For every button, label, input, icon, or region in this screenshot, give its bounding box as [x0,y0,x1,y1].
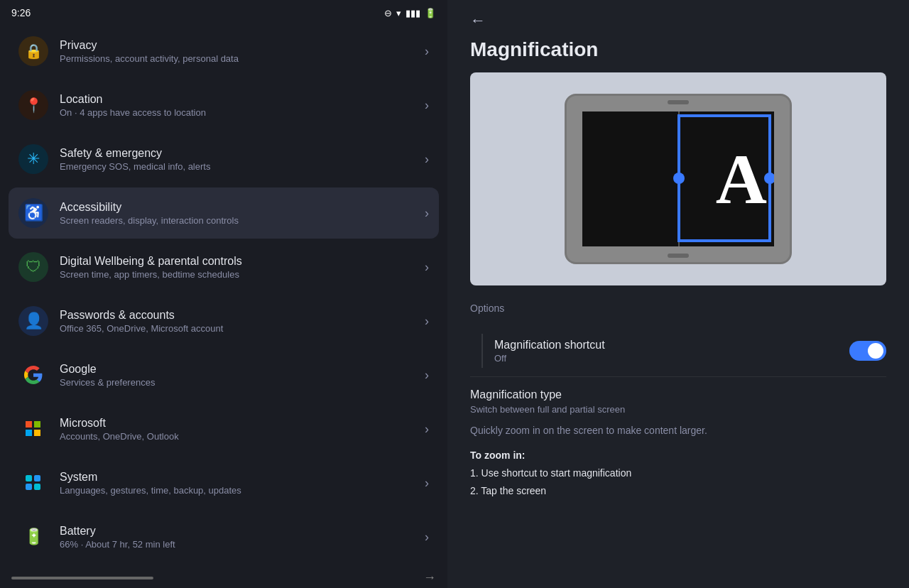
do-not-disturb-icon: ⊖ [384,8,392,18]
signal-icon: ▮▮▮ [405,8,420,18]
battery-setting-icon: 🔋 [18,522,48,552]
magnification-type-subtitle: Switch between full and partial screen [470,404,886,415]
chevron-icon: › [425,44,429,59]
system-subtitle: Languages, gestures, time, backup, updat… [60,485,419,496]
wellbeing-subtitle: Screen time, app timers, bedtime schedul… [60,269,419,280]
battery-subtitle: 66% · About 7 hr, 52 min left [60,539,419,550]
right-content: Options Magnification shortcut Off Magni… [447,291,909,588]
system-text: System Languages, gestures, time, backup… [60,471,419,496]
status-time: 9:26 [11,7,31,18]
tablet-screen: A [582,111,774,246]
zoom-step2: 2. Tap the screen [470,485,546,496]
tablet-notch-top [668,100,689,104]
microsoft-title: Microsoft [60,417,419,430]
magnification-box [677,114,771,242]
toggle-knob [868,343,883,359]
settings-item-safety[interactable]: ✳ Safety & emergency Emergency SOS, medi… [9,134,439,185]
passwords-title: Passwords & accounts [60,309,419,322]
scroll-right-arrow: → [423,570,436,585]
magnification-preview: A [470,72,886,285]
safety-title: Safety & emergency [60,147,419,160]
accessibility-icon: ♿ [18,198,48,228]
magnification-type-title: Magnification type [470,388,886,401]
settings-item-accessibility[interactable]: ♿ Accessibility Screen readers, display,… [9,187,439,239]
safety-text: Safety & emergency Emergency SOS, medica… [60,147,419,172]
handle-right [764,173,774,184]
magnification-shortcut-text: Magnification shortcut Off [494,339,849,364]
zoom-heading: To zoom in: [470,450,526,461]
chevron-icon: › [425,314,429,329]
settings-item-location[interactable]: 📍 Location On · 4 apps have access to lo… [9,80,439,131]
status-bar: 9:26 ⊖ ▾ ▮▮▮ 🔋 [0,0,447,26]
settings-item-privacy[interactable]: 🔒 Privacy Permissions, account activity,… [9,26,439,77]
right-detail-panel: ← Magnification A Options Magnification … [447,0,909,588]
page-title: Magnification [470,38,886,61]
chevron-icon: › [425,368,429,383]
location-title: Location [60,93,419,106]
magnification-shortcut-title: Magnification shortcut [494,339,849,352]
chevron-icon: › [425,152,429,167]
zoom-instructions: To zoom in: 1. Use shortcut to start mag… [470,447,886,501]
divider-line [481,334,483,368]
wellbeing-title: Digital Wellbeing & parental controls [60,255,419,268]
microsoft-subtitle: Accounts, OneDrive, Outlook [60,431,419,442]
handle-left [673,173,685,184]
magnification-shortcut-row[interactable]: Magnification shortcut Off [470,325,886,377]
settings-item-wellbeing[interactable]: 🛡 Digital Wellbeing & parental controls … [9,241,439,293]
tablet-mockup: A [565,94,792,264]
location-text: Location On · 4 apps have access to loca… [60,93,419,118]
left-settings-panel: 9:26 ⊖ ▾ ▮▮▮ 🔋 🔒 Privacy Permissions, ac… [0,0,447,588]
privacy-title: Privacy [60,39,419,52]
chevron-icon: › [425,98,429,113]
passwords-icon: 👤 [18,306,48,336]
scroll-indicator [11,577,153,579]
privacy-text: Privacy Permissions, account activity, p… [60,39,419,64]
accessibility-title: Accessibility [60,201,419,214]
location-subtitle: On · 4 apps have access to location [60,107,419,118]
passwords-subtitle: Office 365, OneDrive, Microsoft account [60,323,419,334]
settings-item-google[interactable]: Google Services & preferences › [9,349,439,401]
chevron-icon: › [425,476,429,491]
options-label: Options [470,303,886,314]
magnification-type-section: Magnification type Switch between full a… [470,377,886,506]
google-title: Google [60,363,419,376]
chevron-icon: › [425,206,429,221]
magnification-shortcut-subtitle: Off [494,353,849,364]
wellbeing-text: Digital Wellbeing & parental controls Sc… [60,255,419,280]
microsoft-icon [18,414,48,444]
wifi-icon: ▾ [396,8,401,18]
chevron-icon: › [425,422,429,437]
microsoft-text: Microsoft Accounts, OneDrive, Outlook [60,417,419,442]
safety-icon: ✳ [18,144,48,174]
google-text: Google Services & preferences [60,363,419,388]
bottom-nav: → [0,565,447,588]
accessibility-subtitle: Screen readers, display, interaction con… [60,215,419,226]
battery-text: Battery 66% · About 7 hr, 52 min left [60,525,419,550]
back-button[interactable]: ← [470,11,486,30]
status-icons: ⊖ ▾ ▮▮▮ 🔋 [384,8,436,18]
system-title: System [60,471,419,484]
google-subtitle: Services & preferences [60,377,419,388]
right-header: ← Magnification [447,0,909,67]
settings-item-passwords[interactable]: 👤 Passwords & accounts Office 365, OneDr… [9,295,439,347]
privacy-icon: 🔒 [18,36,48,66]
settings-item-system[interactable]: System Languages, gestures, time, backup… [9,457,439,508]
google-icon [18,360,48,390]
tablet-notch-bottom [668,254,689,258]
battery-title: Battery [60,525,419,538]
chevron-icon: › [425,530,429,545]
settings-item-battery[interactable]: 🔋 Battery 66% · About 7 hr, 52 min left … [9,511,439,562]
safety-subtitle: Emergency SOS, medical info, alerts [60,161,419,172]
magnification-shortcut-toggle[interactable] [849,341,886,361]
zoom-step1: 1. Use shortcut to start magnification [470,467,631,479]
chevron-icon: › [425,260,429,275]
settings-list: 🔒 Privacy Permissions, account activity,… [0,26,447,565]
system-icon [18,468,48,498]
passwords-text: Passwords & accounts Office 365, OneDriv… [60,309,419,334]
location-icon: 📍 [18,90,48,120]
privacy-subtitle: Permissions, account activity, personal … [60,53,419,64]
wellbeing-icon: 🛡 [18,252,48,282]
zoom-description: Quickly zoom in on the screen to make co… [470,423,886,438]
battery-icon: 🔋 [425,8,436,18]
settings-item-microsoft[interactable]: Microsoft Accounts, OneDrive, Outlook › [9,403,439,454]
